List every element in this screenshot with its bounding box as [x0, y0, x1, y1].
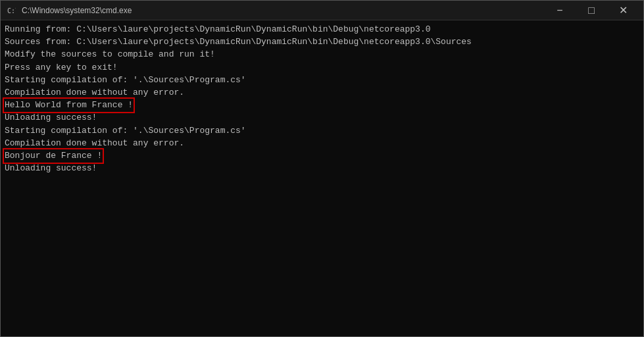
minimize-button[interactable]: − [545, 1, 575, 20]
console-line: Hello World from France ! [5, 99, 639, 111]
console-line-text: Running from: C:\Users\laure\projects\Dy… [5, 24, 431, 34]
cmd-icon: C:\ [6, 5, 16, 16]
title-bar-left: C:\ C:\Windows\system32\cmd.exe [6, 5, 132, 16]
console-line-text: Unloading success! [5, 113, 97, 122]
highlighted-output: Hello World from France ! [5, 99, 133, 111]
console-line-text: Starting compilation of: '.\Sources\Prog… [5, 75, 246, 85]
console-area: Running from: C:\Users\laure\projects\Dy… [1, 20, 643, 336]
cmd-window: C:\ C:\Windows\system32\cmd.exe − □ ✕ Ru… [0, 0, 644, 337]
highlighted-output: Bonjour de France ! [5, 150, 102, 162]
console-output: Running from: C:\Users\laure\projects\Dy… [5, 23, 639, 174]
console-line-text: Compilation done without any error. [5, 138, 184, 148]
close-button[interactable]: ✕ [608, 1, 638, 20]
title-bar-controls: − □ ✕ [545, 1, 638, 20]
console-line-text: Unloading success! [5, 163, 97, 173]
console-line: Compilation done without any error. [5, 137, 639, 149]
console-line-text: Compilation done without any error. [5, 88, 184, 97]
console-line-text: Sources from: C:\Users\laure\projects\Dy… [5, 37, 472, 47]
svg-text:C:\: C:\ [7, 7, 16, 14]
title-bar: C:\ C:\Windows\system32\cmd.exe − □ ✕ [1, 1, 643, 20]
console-line-text: Press any key to exit! [5, 63, 118, 72]
window-title: C:\Windows\system32\cmd.exe [22, 6, 132, 15]
console-line-text: Modify the sources to compile and run it… [5, 49, 215, 59]
console-line: Press any key to exit! [5, 61, 639, 74]
console-line: Starting compilation of: '.\Sources\Prog… [5, 124, 639, 137]
console-line: Unloading success! [5, 111, 639, 124]
console-line: Modify the sources to compile and run it… [5, 48, 639, 61]
console-line: Starting compilation of: '.\Sources\Prog… [5, 74, 639, 86]
maximize-button[interactable]: □ [576, 1, 607, 20]
console-line: Sources from: C:\Users\laure\projects\Dy… [5, 36, 639, 48]
console-line: Running from: C:\Users\laure\projects\Dy… [5, 23, 639, 36]
console-line: Bonjour de France ! [5, 149, 639, 162]
console-line: Compilation done without any error. [5, 86, 639, 99]
console-line: Unloading success! [5, 162, 639, 174]
console-line-text: Starting compilation of: '.\Sources\Prog… [5, 126, 246, 136]
